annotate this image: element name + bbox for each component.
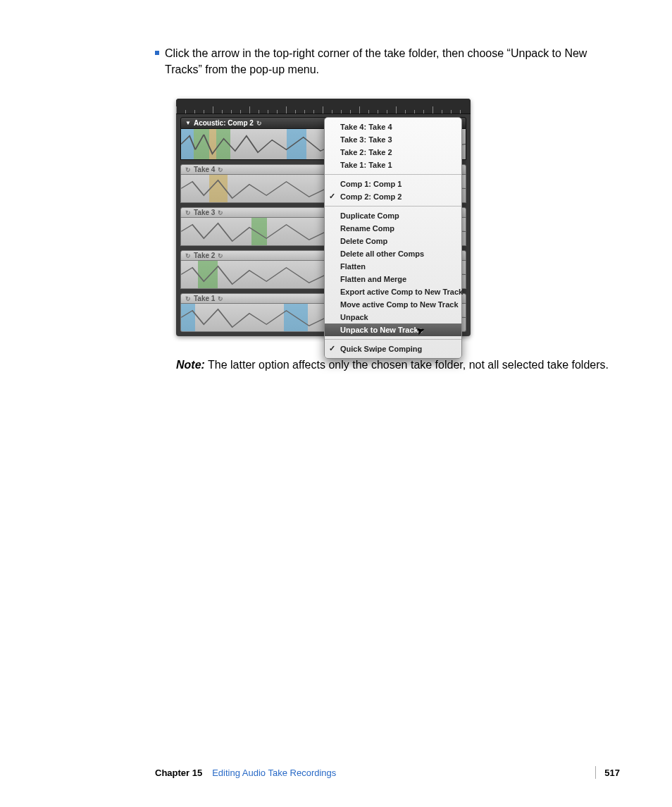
popup-item-label: Flatten and Merge — [340, 275, 406, 283]
popup-item-label: Take 1: Take 1 — [340, 161, 392, 169]
popup-action-item[interactable]: Flatten — [325, 260, 461, 273]
popup-take-item[interactable]: Take 1: Take 1 — [325, 159, 461, 171]
loop-icon: ↻ — [218, 209, 223, 216]
popup-item-label: Take 2: Take 2 — [340, 148, 392, 156]
popup-action-item[interactable]: Duplicate Comp — [325, 209, 461, 222]
popup-item-label: Export active Comp to New Track — [340, 288, 463, 296]
footer-page-number: 517 — [604, 768, 620, 778]
take-label-left: Take 1 — [194, 295, 215, 302]
popup-take-item[interactable]: Take 2: Take 2 — [325, 146, 461, 159]
popup-item-label: Duplicate Comp — [340, 211, 399, 220]
popup-action-item[interactable]: Rename Comp — [325, 222, 461, 235]
popup-toggle-item[interactable]: ✓Quick Swipe Comping — [325, 343, 461, 355]
popup-action-item[interactable]: Unpack to New Tracks➤ — [325, 324, 461, 336]
footer-title: Editing Audio Take Recordings — [212, 768, 336, 778]
screenshot-figure: ▼ Acoustic: Comp 2 ↻ ↻Take 4↻Take — [176, 99, 471, 336]
take-label-left: Take 3 — [194, 209, 215, 216]
take-folder-popup-menu: Take 4: Take 4Take 3: Take 3Take 2: Take… — [324, 117, 462, 359]
popup-separator — [325, 174, 461, 175]
popup-item-label: Take 3: Take 3 — [340, 135, 392, 144]
popup-item-label: Unpack — [340, 313, 368, 321]
footer-chapter: Chapter 15 — [155, 768, 202, 778]
checkmark-icon: ✓ — [329, 344, 335, 353]
loop-icon: ↻ — [185, 209, 191, 216]
popup-item-label: Take 4: Take 4 — [340, 123, 392, 131]
timeline-ruler — [176, 99, 471, 114]
page-footer: Chapter 15 Editing Audio Take Recordings… — [155, 766, 620, 779]
popup-item-label: Comp 2: Comp 2 — [340, 192, 402, 201]
popup-item-label: Delete Comp — [340, 237, 387, 245]
popup-action-item[interactable]: Flatten and Merge — [325, 273, 461, 285]
checkmark-icon: ✓ — [329, 192, 335, 201]
loop-icon: ↻ — [185, 295, 191, 302]
popup-item-label: Move active Comp to New Track — [340, 300, 459, 309]
bullet-icon — [155, 51, 159, 55]
popup-action-item[interactable]: Move active Comp to New Track — [325, 298, 461, 311]
popup-item-label: Delete all other Comps — [340, 250, 424, 258]
popup-item-label: Comp 1: Comp 1 — [340, 180, 402, 188]
popup-take-item[interactable]: Take 4: Take 4 — [325, 121, 461, 133]
instruction-text: Click the arrow in the top-right corner … — [165, 45, 620, 78]
note-label: Note: — [176, 359, 205, 371]
popup-separator — [325, 339, 461, 340]
loop-icon: ↻ — [185, 252, 191, 259]
popup-action-item[interactable]: Delete Comp — [325, 235, 461, 247]
note-text: The latter option affects only the chose… — [208, 359, 609, 371]
popup-action-item[interactable]: Export active Comp to New Track — [325, 285, 461, 298]
popup-action-item[interactable]: Delete all other Comps — [325, 247, 461, 260]
loop-icon: ↻ — [256, 120, 262, 127]
instruction-bullet: Click the arrow in the top-right corner … — [155, 45, 620, 78]
loop-icon: ↻ — [218, 252, 223, 259]
loop-icon: ↻ — [218, 295, 223, 302]
footer-divider — [595, 766, 596, 779]
popup-item-label: Flatten — [340, 262, 366, 271]
popup-comp-item[interactable]: ✓Comp 2: Comp 2 — [325, 190, 461, 203]
popup-separator — [325, 206, 461, 207]
popup-item-label: Quick Swipe Comping — [340, 345, 422, 353]
popup-item-label: Unpack to New Tracks — [340, 326, 423, 334]
disclosure-triangle-icon[interactable]: ▼ — [185, 120, 191, 126]
take-label-left: Take 2 — [194, 252, 215, 259]
popup-comp-item[interactable]: Comp 1: Comp 1 — [325, 178, 461, 190]
loop-icon: ↻ — [218, 166, 223, 173]
popup-take-item[interactable]: Take 3: Take 3 — [325, 133, 461, 146]
popup-action-item[interactable]: Unpack — [325, 311, 461, 324]
take-label-left: Take 4 — [194, 166, 215, 173]
loop-icon: ↻ — [185, 166, 191, 173]
take-folder-title: Acoustic: Comp 2 — [194, 119, 254, 127]
note-paragraph: Note: The latter option affects only the… — [176, 357, 620, 373]
popup-item-label: Rename Comp — [340, 224, 394, 233]
